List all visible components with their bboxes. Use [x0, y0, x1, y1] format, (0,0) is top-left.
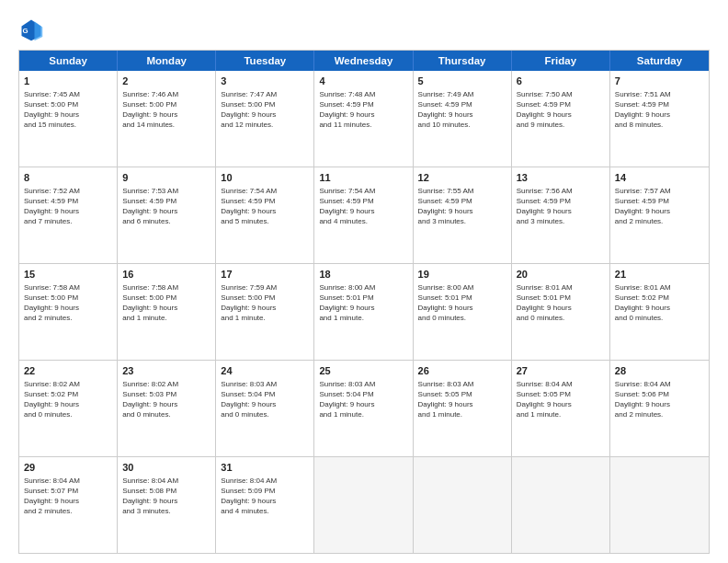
- calendar-cell: 22Sunrise: 8:02 AM Sunset: 5:02 PM Dayli…: [19, 361, 118, 456]
- day-info: Sunrise: 8:04 AM Sunset: 5:06 PM Dayligh…: [615, 379, 704, 420]
- day-info: Sunrise: 8:03 AM Sunset: 5:04 PM Dayligh…: [221, 379, 309, 420]
- day-info: Sunrise: 7:53 AM Sunset: 4:59 PM Dayligh…: [122, 186, 210, 227]
- day-info: Sunrise: 8:00 AM Sunset: 5:01 PM Dayligh…: [319, 282, 407, 324]
- calendar-cell: 14Sunrise: 7:57 AM Sunset: 4:59 PM Dayli…: [610, 167, 709, 263]
- day-number: 16: [122, 268, 210, 282]
- calendar-cell: 2Sunrise: 7:46 AM Sunset: 5:00 PM Daylig…: [118, 71, 216, 167]
- day-info: Sunrise: 8:00 AM Sunset: 5:01 PM Dayligh…: [418, 282, 506, 324]
- day-info: Sunrise: 7:58 AM Sunset: 5:00 PM Dayligh…: [24, 282, 112, 324]
- day-number: 9: [122, 171, 210, 185]
- day-info: Sunrise: 7:47 AM Sunset: 5:00 PM Dayligh…: [221, 89, 309, 131]
- calendar-body: 1Sunrise: 7:45 AM Sunset: 5:00 PM Daylig…: [19, 71, 709, 553]
- calendar-header-day: Sunday: [19, 51, 118, 71]
- calendar-cell: 8Sunrise: 7:52 AM Sunset: 4:59 PM Daylig…: [19, 167, 118, 263]
- day-info: Sunrise: 7:52 AM Sunset: 4:59 PM Dayligh…: [24, 186, 112, 227]
- day-number: 26: [418, 364, 506, 378]
- calendar-cell: 16Sunrise: 7:58 AM Sunset: 5:00 PM Dayli…: [118, 264, 216, 360]
- day-info: Sunrise: 7:51 AM Sunset: 4:59 PM Dayligh…: [615, 89, 704, 131]
- calendar-cell: 21Sunrise: 8:01 AM Sunset: 5:02 PM Dayli…: [610, 264, 709, 360]
- day-number: 3: [221, 75, 309, 88]
- day-number: 29: [24, 461, 112, 475]
- calendar-cell: 6Sunrise: 7:50 AM Sunset: 4:59 PM Daylig…: [512, 71, 610, 167]
- calendar-cell: [314, 457, 413, 553]
- day-number: 19: [418, 268, 506, 282]
- calendar-cell: 7Sunrise: 7:51 AM Sunset: 4:59 PM Daylig…: [610, 71, 709, 167]
- day-info: Sunrise: 8:04 AM Sunset: 5:09 PM Dayligh…: [221, 476, 309, 517]
- calendar-cell: 5Sunrise: 7:49 AM Sunset: 4:59 PM Daylig…: [414, 71, 512, 167]
- calendar-cell: 20Sunrise: 8:01 AM Sunset: 5:01 PM Dayli…: [512, 264, 610, 360]
- day-number: 12: [418, 171, 506, 185]
- calendar-cell: 11Sunrise: 7:54 AM Sunset: 4:59 PM Dayli…: [314, 167, 413, 263]
- logo-icon: G: [18, 17, 44, 42]
- calendar-cell: 27Sunrise: 8:04 AM Sunset: 5:05 PM Dayli…: [512, 361, 610, 456]
- svg-marker-1: [35, 21, 43, 40]
- day-number: 18: [319, 268, 407, 282]
- day-info: Sunrise: 7:49 AM Sunset: 4:59 PM Dayligh…: [418, 89, 506, 131]
- calendar-cell: 31Sunrise: 8:04 AM Sunset: 5:09 PM Dayli…: [216, 457, 314, 553]
- day-number: 8: [24, 171, 112, 185]
- day-info: Sunrise: 8:04 AM Sunset: 5:05 PM Dayligh…: [517, 379, 605, 420]
- calendar-cell: [414, 457, 512, 553]
- day-number: 6: [517, 75, 605, 88]
- day-info: Sunrise: 7:54 AM Sunset: 4:59 PM Dayligh…: [319, 186, 407, 227]
- day-info: Sunrise: 8:01 AM Sunset: 5:01 PM Dayligh…: [517, 282, 605, 324]
- calendar-cell: 24Sunrise: 8:03 AM Sunset: 5:04 PM Dayli…: [216, 361, 314, 456]
- day-number: 13: [517, 171, 605, 185]
- day-info: Sunrise: 7:50 AM Sunset: 4:59 PM Dayligh…: [517, 89, 605, 131]
- calendar-header-day: Saturday: [610, 51, 709, 71]
- day-number: 15: [24, 268, 112, 282]
- day-number: 17: [221, 268, 309, 282]
- calendar-week-row: 8Sunrise: 7:52 AM Sunset: 4:59 PM Daylig…: [19, 167, 709, 263]
- day-info: Sunrise: 8:02 AM Sunset: 5:03 PM Dayligh…: [122, 379, 210, 420]
- calendar-header-day: Wednesday: [314, 51, 413, 71]
- day-info: Sunrise: 8:02 AM Sunset: 5:02 PM Dayligh…: [24, 379, 112, 420]
- day-info: Sunrise: 8:01 AM Sunset: 5:02 PM Dayligh…: [615, 282, 704, 324]
- calendar-cell: [512, 457, 610, 553]
- day-info: Sunrise: 7:58 AM Sunset: 5:00 PM Dayligh…: [122, 282, 210, 324]
- day-number: 2: [122, 75, 210, 88]
- page: G SundayMondayTuesdayWednesdayThursdayFr…: [0, 0, 728, 563]
- day-info: Sunrise: 7:59 AM Sunset: 5:00 PM Dayligh…: [221, 282, 309, 324]
- calendar-cell: 23Sunrise: 8:02 AM Sunset: 5:03 PM Dayli…: [118, 361, 216, 456]
- calendar-cell: 29Sunrise: 8:04 AM Sunset: 5:07 PM Dayli…: [19, 457, 118, 553]
- day-info: Sunrise: 7:56 AM Sunset: 4:59 PM Dayligh…: [517, 186, 605, 227]
- day-number: 25: [319, 364, 407, 378]
- day-number: 31: [221, 461, 309, 475]
- day-number: 5: [418, 75, 506, 88]
- calendar-cell: 13Sunrise: 7:56 AM Sunset: 4:59 PM Dayli…: [512, 167, 610, 263]
- calendar-cell: 30Sunrise: 8:04 AM Sunset: 5:08 PM Dayli…: [118, 457, 216, 553]
- day-number: 21: [615, 268, 704, 282]
- day-info: Sunrise: 8:03 AM Sunset: 5:05 PM Dayligh…: [418, 379, 506, 420]
- day-number: 14: [615, 171, 704, 185]
- calendar-cell: 12Sunrise: 7:55 AM Sunset: 4:59 PM Dayli…: [414, 167, 512, 263]
- day-number: 28: [615, 364, 704, 378]
- day-number: 1: [24, 75, 112, 88]
- day-number: 27: [517, 364, 605, 378]
- day-number: 30: [122, 461, 210, 475]
- calendar-cell: 15Sunrise: 7:58 AM Sunset: 5:00 PM Dayli…: [19, 264, 118, 360]
- calendar-week-row: 1Sunrise: 7:45 AM Sunset: 5:00 PM Daylig…: [19, 71, 709, 167]
- calendar-cell: 4Sunrise: 7:48 AM Sunset: 4:59 PM Daylig…: [314, 71, 413, 167]
- day-number: 24: [221, 364, 309, 378]
- day-number: 10: [221, 171, 309, 185]
- calendar-week-row: 29Sunrise: 8:04 AM Sunset: 5:07 PM Dayli…: [19, 456, 709, 553]
- day-info: Sunrise: 8:04 AM Sunset: 5:08 PM Dayligh…: [122, 476, 210, 517]
- calendar-cell: 3Sunrise: 7:47 AM Sunset: 5:00 PM Daylig…: [216, 71, 314, 167]
- day-info: Sunrise: 7:54 AM Sunset: 4:59 PM Dayligh…: [221, 186, 309, 227]
- calendar-week-row: 15Sunrise: 7:58 AM Sunset: 5:00 PM Dayli…: [19, 263, 709, 360]
- calendar-header: SundayMondayTuesdayWednesdayThursdayFrid…: [19, 51, 709, 71]
- day-number: 7: [615, 75, 704, 88]
- day-info: Sunrise: 7:57 AM Sunset: 4:59 PM Dayligh…: [615, 186, 704, 227]
- calendar-header-day: Thursday: [414, 51, 512, 71]
- day-number: 4: [319, 75, 407, 88]
- calendar-cell: [610, 457, 709, 553]
- calendar-cell: 18Sunrise: 8:00 AM Sunset: 5:01 PM Dayli…: [314, 264, 413, 360]
- day-info: Sunrise: 8:03 AM Sunset: 5:04 PM Dayligh…: [319, 379, 407, 420]
- calendar-week-row: 22Sunrise: 8:02 AM Sunset: 5:02 PM Dayli…: [19, 360, 709, 456]
- calendar: SundayMondayTuesdayWednesdayThursdayFrid…: [18, 50, 710, 554]
- day-info: Sunrise: 7:48 AM Sunset: 4:59 PM Dayligh…: [319, 89, 407, 131]
- calendar-cell: 19Sunrise: 8:00 AM Sunset: 5:01 PM Dayli…: [414, 264, 512, 360]
- calendar-cell: 17Sunrise: 7:59 AM Sunset: 5:00 PM Dayli…: [216, 264, 314, 360]
- day-number: 22: [24, 364, 112, 378]
- day-info: Sunrise: 7:45 AM Sunset: 5:00 PM Dayligh…: [24, 89, 112, 131]
